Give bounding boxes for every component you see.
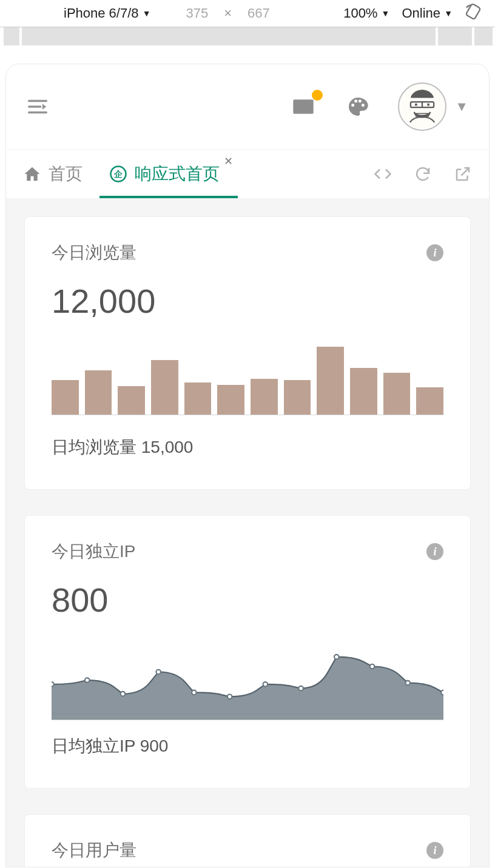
refresh-icon xyxy=(414,165,432,183)
notification-badge xyxy=(312,90,323,101)
data-point xyxy=(121,692,126,696)
data-point xyxy=(334,655,339,659)
tab-responsive-home[interactable]: 企 响应式首页 ✕ xyxy=(95,150,232,198)
bar-chart xyxy=(52,339,443,415)
data-point xyxy=(52,682,54,687)
data-point xyxy=(85,678,90,683)
card-pageviews: 今日浏览量 i 12,000 日均浏览量 15,000 xyxy=(24,216,471,490)
area-fill xyxy=(52,657,443,720)
popout-button[interactable] xyxy=(443,150,483,198)
code-icon xyxy=(374,165,392,183)
data-point xyxy=(298,686,303,691)
data-point xyxy=(192,690,197,695)
network-select[interactable]: Online ▼ xyxy=(402,5,453,21)
card-title: 今日用户量 xyxy=(52,839,136,862)
device-height[interactable]: 667 xyxy=(247,5,270,21)
bar xyxy=(217,385,244,415)
metric-value: 12,000 xyxy=(52,281,443,321)
tab-label: 首页 xyxy=(49,162,82,185)
dimension-separator: × xyxy=(224,5,232,21)
code-button[interactable] xyxy=(363,150,403,198)
data-point xyxy=(227,694,232,699)
data-point xyxy=(441,690,443,695)
tab-home[interactable]: 首页 xyxy=(8,150,95,198)
data-point xyxy=(405,681,410,686)
devtools-device-bar: iPhone 6/7/8 ▼ 375 × 667 100% ▼ Online ▼ xyxy=(0,0,495,27)
refresh-button[interactable] xyxy=(403,150,443,198)
tab-label: 响应式首页 xyxy=(135,162,220,185)
bar xyxy=(184,382,212,415)
bar xyxy=(416,387,443,415)
device-select[interactable]: iPhone 6/7/8 ▼ xyxy=(64,5,151,21)
app-shell: ▼ 首页 企 响应式首页 ✕ xyxy=(5,64,490,867)
bar xyxy=(317,347,344,415)
bar xyxy=(151,360,178,415)
bar xyxy=(350,368,377,415)
bar xyxy=(251,379,278,415)
card-users: 今日用户量 i 900 xyxy=(24,814,471,867)
bar xyxy=(85,370,112,415)
card-title: 今日浏览量 xyxy=(52,241,136,264)
avatar-dropdown-caret[interactable]: ▼ xyxy=(455,99,468,115)
card-title: 今日独立IP xyxy=(52,540,135,563)
mail-button[interactable] xyxy=(289,92,318,121)
data-point xyxy=(156,670,161,675)
bar xyxy=(383,373,411,415)
svg-text:企: 企 xyxy=(113,170,123,179)
info-icon[interactable]: i xyxy=(426,543,443,560)
bar xyxy=(52,380,79,415)
device-width[interactable]: 375 xyxy=(186,5,209,21)
menu-toggle-button[interactable] xyxy=(24,93,51,120)
tab-close-icon[interactable]: ✕ xyxy=(224,155,233,168)
card-subline: 日均浏览量 15,000 xyxy=(52,436,443,459)
palette-icon xyxy=(346,95,370,119)
enterprise-icon: 企 xyxy=(109,165,127,183)
info-icon[interactable]: i xyxy=(426,842,443,859)
home-icon xyxy=(23,165,41,183)
external-link-icon xyxy=(454,165,472,183)
bar xyxy=(284,380,311,415)
metric-value: 800 xyxy=(52,580,443,619)
bar xyxy=(118,386,145,415)
area-chart xyxy=(52,638,443,714)
info-icon[interactable]: i xyxy=(426,244,443,261)
avatar[interactable] xyxy=(398,82,446,131)
data-point xyxy=(263,682,268,687)
avatar-image xyxy=(400,85,444,129)
theme-button[interactable] xyxy=(343,92,372,121)
tab-bar: 首页 企 响应式首页 ✕ xyxy=(6,149,489,198)
card-subline: 日均独立IP 900 xyxy=(52,735,443,758)
app-header: ▼ xyxy=(6,64,489,149)
zoom-select[interactable]: 100% ▼ xyxy=(343,5,389,21)
content-area: 今日浏览量 i 12,000 日均浏览量 15,000 今日独立IP i 800 xyxy=(6,198,489,867)
rotate-icon[interactable] xyxy=(465,3,482,24)
browser-chrome-strip xyxy=(0,27,495,45)
data-point xyxy=(370,664,375,669)
svg-point-7 xyxy=(415,104,417,106)
mail-icon xyxy=(291,95,315,119)
svg-point-8 xyxy=(427,104,429,106)
card-unique-ip: 今日独立IP i 800 日均独立IP 900 xyxy=(24,515,471,789)
